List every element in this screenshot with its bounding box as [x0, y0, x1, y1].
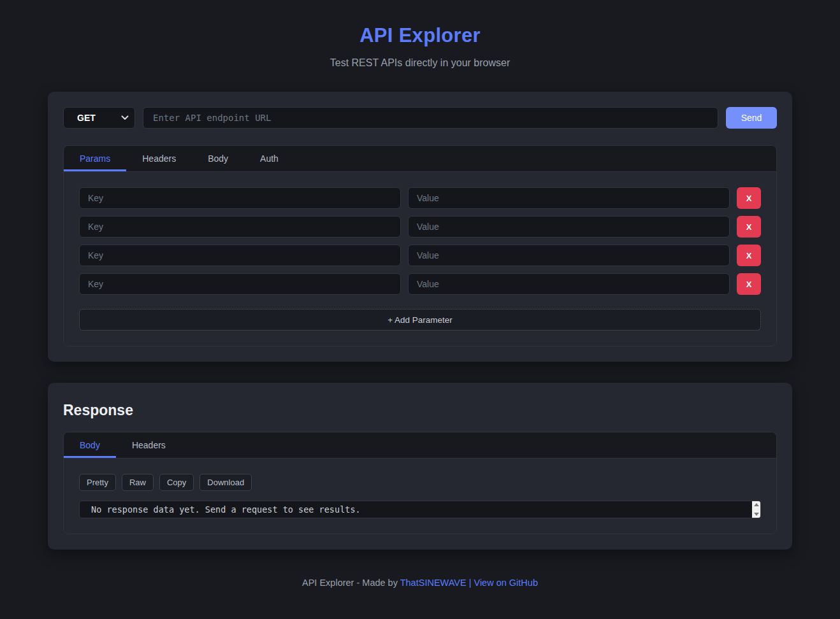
request-tab-bar: Params Headers Body Auth — [64, 146, 776, 172]
pretty-button[interactable]: Pretty — [79, 474, 116, 491]
download-button[interactable]: Download — [199, 474, 252, 491]
author-link[interactable]: ThatSINEWAVE — [400, 578, 467, 588]
response-card: Response Body Headers Pretty Raw Copy Do… — [48, 383, 792, 550]
params-panel: X X X X — [64, 172, 776, 346]
param-value-input[interactable] — [408, 245, 730, 266]
method-select-value: GET — [77, 113, 96, 123]
page-subtitle: Test REST APIs directly in your browser — [0, 57, 840, 69]
scroll-up-icon[interactable] — [754, 503, 759, 506]
response-tab-body[interactable]: Body — [64, 432, 116, 458]
textarea-scrollbar[interactable] — [752, 501, 760, 518]
app-header: API Explorer Test REST APIs directly in … — [0, 0, 840, 69]
chevron-down-icon — [121, 115, 129, 120]
param-value-input[interactable] — [408, 216, 730, 238]
remove-param-button[interactable]: X — [737, 216, 761, 238]
send-button[interactable]: Send — [726, 107, 777, 129]
param-value-input[interactable] — [408, 273, 730, 295]
request-tabs-box: Params Headers Body Auth X X — [63, 145, 777, 346]
method-select[interactable]: GET — [63, 107, 135, 129]
app-footer: API Explorer - Made by ThatSINEWAVE | Vi… — [0, 578, 840, 588]
tab-params[interactable]: Params — [64, 146, 126, 171]
response-tabs-box: Body Headers Pretty Raw Copy Download No… — [63, 432, 777, 534]
param-key-input[interactable] — [79, 216, 401, 238]
page-title: API Explorer — [0, 24, 840, 47]
param-row: X — [79, 187, 761, 209]
scroll-down-icon[interactable] — [754, 513, 759, 516]
request-bar: GET Send — [63, 107, 777, 129]
tab-auth[interactable]: Auth — [244, 146, 294, 171]
response-tab-headers[interactable]: Headers — [116, 432, 182, 458]
tab-headers[interactable]: Headers — [126, 146, 192, 171]
param-key-input[interactable] — [79, 273, 401, 295]
raw-button[interactable]: Raw — [122, 474, 154, 491]
main-container: GET Send Params Headers Body Auth — [48, 92, 792, 550]
param-row: X — [79, 245, 761, 266]
remove-param-button[interactable]: X — [737, 273, 761, 295]
remove-param-button[interactable]: X — [737, 187, 761, 209]
response-placeholder-text: No response data yet. Send a request to … — [80, 504, 752, 515]
response-body-panel: Pretty Raw Copy Download No response dat… — [64, 459, 776, 534]
param-row: X — [79, 273, 761, 295]
param-key-input[interactable] — [79, 187, 401, 209]
request-card: GET Send Params Headers Body Auth — [48, 92, 792, 362]
footer-text: API Explorer - Made by — [302, 578, 400, 588]
tab-body[interactable]: Body — [192, 146, 244, 171]
page: API Explorer Test REST APIs directly in … — [0, 0, 840, 619]
response-output-textarea[interactable]: No response data yet. Send a request to … — [79, 501, 761, 518]
response-tab-bar: Body Headers — [64, 432, 776, 459]
param-value-input[interactable] — [408, 187, 730, 209]
copy-button[interactable]: Copy — [159, 474, 194, 491]
param-key-input[interactable] — [79, 245, 401, 266]
footer-separator: | — [467, 578, 474, 588]
remove-param-button[interactable]: X — [737, 245, 761, 266]
github-link[interactable]: View on GitHub — [474, 578, 537, 588]
response-title: Response — [63, 402, 777, 419]
url-input[interactable] — [143, 107, 718, 129]
add-parameter-button[interactable]: + Add Parameter — [79, 309, 761, 331]
param-row: X — [79, 216, 761, 238]
viewer-buttons: Pretty Raw Copy Download — [79, 474, 761, 491]
